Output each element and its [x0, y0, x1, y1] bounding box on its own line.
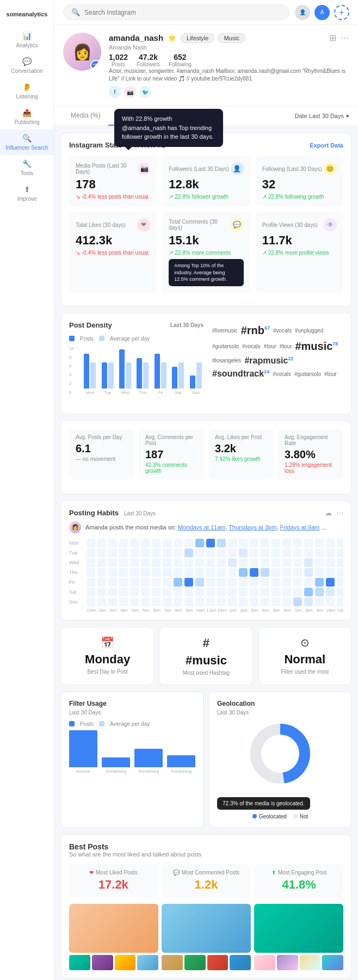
sidebar-item-improve[interactable]: ⬆ Improve: [0, 181, 54, 206]
grid-icon[interactable]: ⊞: [329, 33, 336, 43]
heatmap-cell[interactable]: [206, 578, 215, 587]
heatmap-cell[interactable]: [130, 578, 139, 587]
liked-thumb-1[interactable]: [69, 955, 90, 970]
heatmap-cell[interactable]: [97, 548, 106, 557]
heatmap-cell[interactable]: [271, 539, 280, 547]
heatmap-cell[interactable]: [304, 548, 313, 557]
heatmap-cell[interactable]: [293, 548, 302, 557]
heatmap-cell[interactable]: [141, 597, 150, 606]
hashtag-music[interactable]: #music78: [295, 340, 338, 353]
heatmap-cell[interactable]: [271, 548, 280, 557]
heatmap-cell[interactable]: [174, 539, 182, 547]
heatmap-cell[interactable]: [163, 578, 171, 587]
heatmap-cell[interactable]: [337, 568, 343, 577]
heatmap-cell[interactable]: [271, 558, 280, 567]
thursdays-link[interactable]: Thursdays at 3pm: [229, 524, 276, 531]
heatmap-cell[interactable]: [119, 568, 128, 577]
heatmap-cell[interactable]: [228, 588, 237, 596]
heatmap-cell[interactable]: [337, 558, 343, 567]
heatmap-cell[interactable]: [293, 568, 302, 577]
heatmap-cell[interactable]: [239, 597, 248, 606]
hashtag-guitarsolo-2[interactable]: #guitarsolo: [294, 371, 321, 377]
add-account-button[interactable]: +: [334, 5, 349, 20]
fridays-link[interactable]: Fridays at 9am: [280, 524, 320, 531]
heatmap-cell[interactable]: [228, 539, 237, 547]
heatmap-cell[interactable]: [97, 578, 106, 587]
heatmap-cell[interactable]: [130, 588, 139, 596]
heatmap-cell[interactable]: [326, 568, 335, 577]
heatmap-cell[interactable]: [130, 539, 139, 547]
heatmap-cell[interactable]: [206, 558, 215, 567]
heatmap-cell[interactable]: [97, 558, 106, 567]
heatmap-cell[interactable]: [87, 588, 95, 596]
heatmap-cell[interactable]: [282, 568, 291, 577]
heatmap-cell[interactable]: [184, 568, 193, 577]
heatmap-cell[interactable]: [282, 578, 291, 587]
heatmap-cell[interactable]: [304, 578, 313, 587]
heatmap-cell[interactable]: [174, 588, 182, 596]
heatmap-cell[interactable]: [174, 558, 182, 567]
heatmap-cell[interactable]: [184, 539, 193, 547]
liked-thumb-2[interactable]: [92, 955, 113, 970]
engaging-thumb-4[interactable]: [322, 955, 343, 970]
heatmap-cell[interactable]: [87, 578, 95, 587]
heatmap-cell[interactable]: [195, 558, 204, 567]
heatmap-cell[interactable]: [130, 548, 139, 557]
heatmap-cell[interactable]: [261, 597, 269, 606]
heatmap-cell[interactable]: [217, 558, 226, 567]
heatmap-cell[interactable]: [261, 558, 269, 567]
heatmap-cell[interactable]: [130, 597, 139, 606]
heatmap-cell[interactable]: [261, 548, 269, 557]
heatmap-cell[interactable]: [250, 597, 258, 606]
liked-thumb-3[interactable]: [115, 955, 136, 970]
heatmap-cell[interactable]: [261, 578, 269, 587]
heatmap-cell[interactable]: [217, 578, 226, 587]
heatmap-cell[interactable]: [261, 568, 269, 577]
heatmap-cell[interactable]: [174, 548, 182, 557]
more-options-icon[interactable]: ⋯: [341, 33, 349, 43]
heatmap-cell[interactable]: [87, 539, 95, 547]
heatmap-cell[interactable]: [304, 588, 313, 596]
heatmap-cell[interactable]: [315, 588, 324, 596]
commented-thumb-2[interactable]: [184, 955, 206, 970]
cloud-icon[interactable]: ☁: [325, 509, 332, 517]
heatmap-cell[interactable]: [239, 568, 248, 577]
hashtag-vocals-3[interactable]: #vocals: [273, 371, 291, 377]
sidebar-item-listening[interactable]: 👂 Listening: [0, 78, 54, 104]
heatmap-cell[interactable]: [87, 558, 95, 567]
heatmap-cell[interactable]: [195, 597, 204, 606]
hashtag-tour-3[interactable]: #tour: [324, 371, 337, 377]
heatmap-cell[interactable]: [304, 568, 313, 577]
heatmap-cell[interactable]: [271, 568, 280, 577]
hashtag-tour-1[interactable]: #tour: [264, 343, 276, 349]
heatmap-cell[interactable]: [217, 597, 226, 606]
sidebar-item-analytics[interactable]: 📊 Analytics: [0, 27, 54, 53]
heatmap-cell[interactable]: [282, 588, 291, 596]
heatmap-cell[interactable]: [163, 568, 171, 577]
hashtag-vocals-2[interactable]: #vocals: [242, 343, 261, 349]
heatmap-cell[interactable]: [108, 578, 117, 587]
tag-lifestyle[interactable]: Lifestyle: [181, 33, 214, 43]
heatmap-cell[interactable]: [87, 548, 95, 557]
hashtag-rapmusic[interactable]: #rapmusic22: [244, 356, 293, 366]
sidebar-item-influencer-search[interactable]: 🔍 Influencer Search: [0, 130, 54, 155]
heatmap-cell[interactable]: [315, 578, 324, 587]
heatmap-cell[interactable]: [152, 568, 161, 577]
date-filter[interactable]: Date Last 30 Days ▾: [295, 113, 350, 120]
heatmap-cell[interactable]: [206, 539, 215, 547]
heatmap-cell[interactable]: [315, 548, 324, 557]
heatmap-cell[interactable]: [152, 558, 161, 567]
heatmap-cell[interactable]: [206, 597, 215, 606]
heatmap-cell[interactable]: [315, 558, 324, 567]
heatmap-cell[interactable]: [337, 588, 343, 596]
heatmap-cell[interactable]: [337, 578, 343, 587]
heatmap-cell[interactable]: [250, 578, 258, 587]
heatmap-cell[interactable]: [304, 597, 313, 606]
heatmap-cell[interactable]: [108, 597, 117, 606]
heatmap-cell[interactable]: [163, 588, 171, 596]
heatmap-cell[interactable]: [195, 539, 204, 547]
heatmap-cell[interactable]: [239, 558, 248, 567]
heatmap-cell[interactable]: [337, 597, 343, 606]
tab-media[interactable]: Media (%): [63, 106, 108, 126]
heatmap-cell[interactable]: [119, 548, 128, 557]
